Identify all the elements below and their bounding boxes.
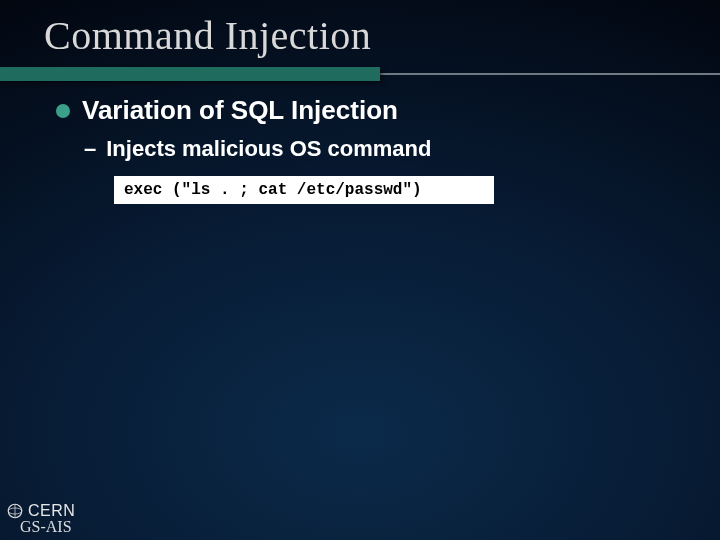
underline-accent-bar [0, 67, 380, 81]
bullet-level-2: – Injects malicious OS command [84, 136, 672, 162]
sub-bullet-text: Injects malicious OS command [106, 136, 431, 162]
bullet-text: Variation of SQL Injection [82, 95, 398, 126]
bullet-level-1: Variation of SQL Injection [56, 95, 672, 126]
bullet-dot-icon [56, 104, 70, 118]
content-area: Variation of SQL Injection – Injects mal… [0, 95, 720, 204]
title-underline [0, 67, 720, 81]
code-example: exec ("ls . ; cat /etc/passwd") [114, 176, 494, 204]
slide-title: Command Injection [0, 0, 720, 67]
footer-dept-label: GS-AIS [20, 518, 75, 536]
dash-icon: – [84, 136, 96, 162]
footer: CERN GS-AIS [6, 502, 75, 536]
